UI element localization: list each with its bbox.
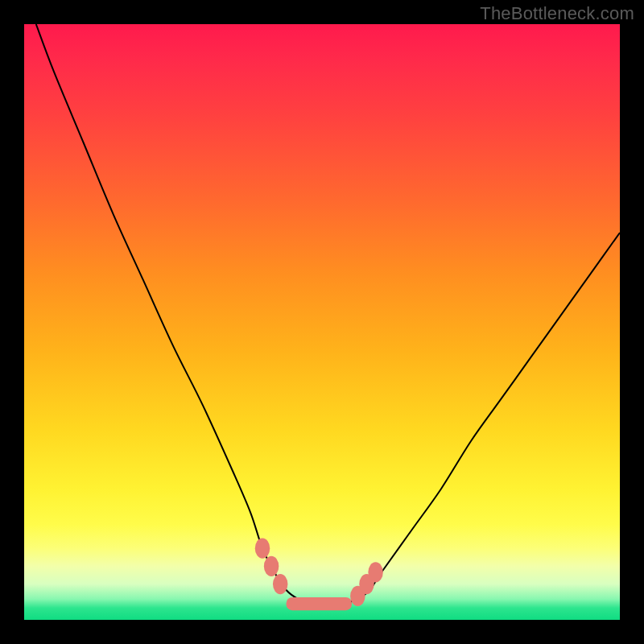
attribution-label: TheBottleneck.com [480, 3, 634, 24]
plot-area [24, 24, 620, 620]
highlight-markers [255, 539, 383, 611]
marker-dot [255, 539, 270, 559]
marker-dot [273, 574, 288, 594]
chart-frame: TheBottleneck.com [0, 0, 644, 644]
bottleneck-curve [36, 24, 620, 605]
marker-band [287, 597, 352, 610]
curve-svg [24, 24, 620, 620]
curve-line [36, 24, 620, 605]
marker-dot [368, 562, 383, 582]
marker-dot [264, 556, 279, 576]
